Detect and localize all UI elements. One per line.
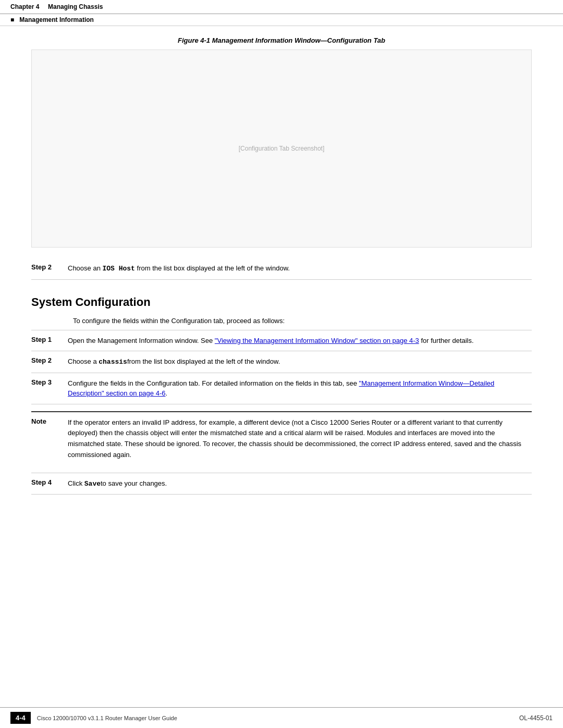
pre-step-2-row: Step 2 Choose an IOS Host from the list …	[31, 258, 532, 280]
note-container: Note If the operator enters an invalid I…	[31, 404, 532, 473]
pre-step-2-text-before: Choose an	[68, 264, 103, 272]
step-1-content: Open the Management Information window. …	[68, 336, 532, 346]
footer-left: 4-4 Cisco 12000/10700 v3.1.1 Router Mana…	[10, 712, 177, 724]
page-footer: 4-4 Cisco 12000/10700 v3.1.1 Router Mana…	[0, 707, 563, 728]
pre-step-2-monospace: IOS Host	[103, 265, 135, 273]
figure-placeholder-text: [Configuration Tab Screenshot]	[239, 145, 325, 152]
note-content: If the operator enters an invalid IP add…	[68, 417, 532, 461]
step-1-row: Step 1 Open the Management Information w…	[31, 330, 532, 352]
pre-step-2-content: Choose an IOS Host from the list box dis…	[68, 263, 532, 274]
step-3-label: Step 3	[31, 378, 68, 386]
chapter-label: Chapter 4	[10, 3, 39, 10]
step-3-row: Step 3 Configure the fields in the Confi…	[31, 373, 532, 404]
chapter-title: Managing Chassis	[48, 3, 103, 10]
top-header: Chapter 4 Managing Chassis	[0, 0, 563, 14]
step-2-label: Step 2	[31, 356, 68, 364]
step-2-text-after: from the list box displayed at the left …	[127, 357, 280, 365]
step-3-text-before: Configure the fields in the Configuratio…	[68, 379, 359, 387]
pre-step-2-text-after: from the list box displayed at the left …	[135, 264, 290, 272]
step-2-content: Choose a chassisfrom the list box displa…	[68, 356, 532, 367]
step-4-content: Click Saveto save your changes.	[68, 478, 532, 489]
chapter-info: Chapter 4 Managing Chassis	[10, 3, 103, 10]
step-2-row: Step 2 Choose a chassisfrom the list box…	[31, 351, 532, 373]
figure-caption: Figure 4-1 Management Information Window…	[31, 36, 532, 44]
guide-title: Cisco 12000/10700 v3.1.1 Router Manager …	[37, 715, 177, 721]
step-1-link[interactable]: "Viewing the Management Information Wind…	[215, 337, 419, 344]
step-1-label: Step 1	[31, 336, 68, 343]
step-3-content: Configure the fields in the Configuratio…	[68, 378, 532, 399]
doc-number: OL-4455-01	[519, 714, 553, 722]
page-number: 4-4	[10, 712, 31, 724]
main-content: Figure 4-1 Management Information Window…	[0, 26, 563, 707]
step-3-text-after: .	[165, 389, 167, 397]
step-2-text-before: Choose a	[68, 357, 99, 365]
pre-step-2-label: Step 2	[31, 263, 68, 271]
step-2-monospace: chassis	[99, 358, 127, 366]
note-label: Note	[31, 417, 68, 425]
breadcrumb-icon: ■	[10, 16, 14, 23]
steps-container: Step 1 Open the Management Information w…	[31, 330, 532, 495]
breadcrumb-text: Management Information	[19, 16, 94, 23]
step-4-monospace: Save	[84, 480, 101, 488]
step-1-text-before: Open the Management Information window. …	[68, 337, 215, 344]
header-right	[551, 3, 553, 10]
step-4-text-before: Click	[68, 479, 84, 487]
breadcrumb: ■ Management Information	[0, 14, 563, 26]
page-container: Chapter 4 Managing Chassis ■ Management …	[0, 0, 563, 728]
figure-image: [Configuration Tab Screenshot]	[31, 50, 532, 248]
step-1-text-after: for further details.	[419, 337, 474, 344]
intro-text: To configure the fields within the Confi…	[31, 317, 532, 325]
step-4-text-after: to save your changes.	[101, 479, 167, 487]
step-4-label: Step 4	[31, 478, 68, 486]
section-title: System Configuration	[31, 295, 532, 309]
step-4-row: Step 4 Click Saveto save your changes.	[31, 473, 532, 495]
note-block: Note If the operator enters an invalid I…	[31, 411, 532, 466]
